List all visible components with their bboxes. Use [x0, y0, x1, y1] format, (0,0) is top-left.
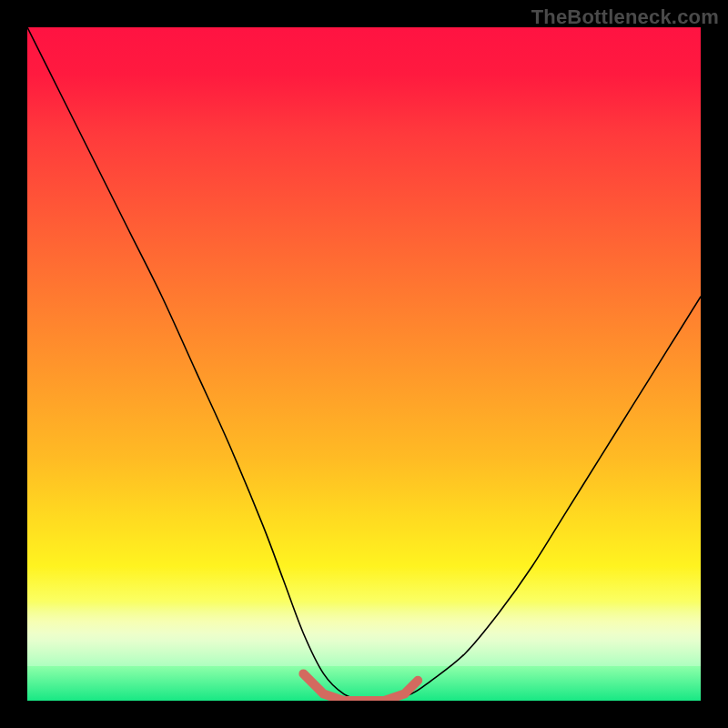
chart-frame: TheBottleneck.com	[0, 0, 728, 728]
watermark-text: TheBottleneck.com	[531, 5, 719, 29]
chart-svg	[27, 27, 701, 701]
bottleneck-curve	[27, 27, 701, 701]
plot-area	[27, 27, 701, 701]
valley-highlight	[303, 673, 418, 701]
